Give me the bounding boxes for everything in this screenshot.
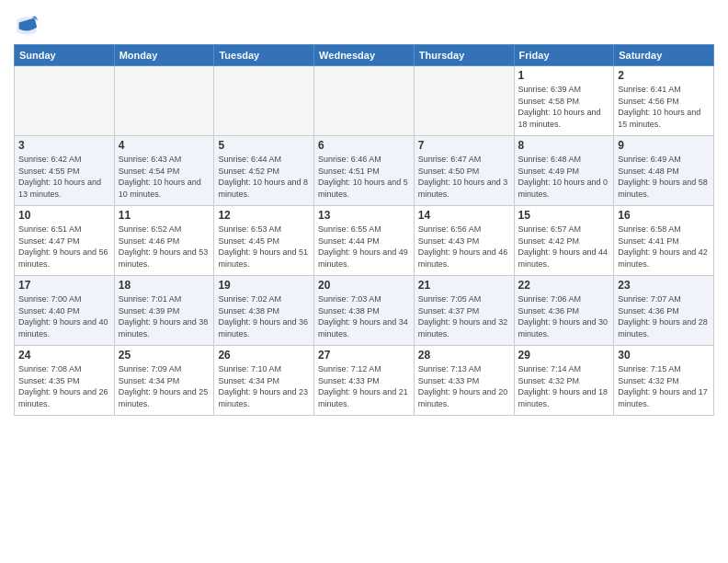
day-number: 30 <box>618 349 710 362</box>
day-cell: 11Sunrise: 6:52 AM Sunset: 4:46 PM Dayli… <box>114 206 214 276</box>
week-row-1: 1Sunrise: 6:39 AM Sunset: 4:58 PM Daylig… <box>15 66 714 136</box>
day-info: Sunrise: 6:53 AM Sunset: 4:45 PM Dayligh… <box>218 224 310 270</box>
day-info: Sunrise: 6:46 AM Sunset: 4:51 PM Dayligh… <box>318 154 410 200</box>
day-number: 3 <box>18 139 110 152</box>
day-cell: 17Sunrise: 7:00 AM Sunset: 4:40 PM Dayli… <box>15 276 115 346</box>
day-number: 21 <box>418 279 510 292</box>
day-cell: 19Sunrise: 7:02 AM Sunset: 4:38 PM Dayli… <box>214 276 314 346</box>
day-info: Sunrise: 6:44 AM Sunset: 4:52 PM Dayligh… <box>218 154 310 200</box>
week-row-2: 3Sunrise: 6:42 AM Sunset: 4:55 PM Daylig… <box>15 136 714 206</box>
day-cell <box>314 66 415 136</box>
week-row-4: 17Sunrise: 7:00 AM Sunset: 4:40 PM Dayli… <box>15 276 714 346</box>
col-header-friday: Friday <box>514 45 614 66</box>
day-cell: 4Sunrise: 6:43 AM Sunset: 4:54 PM Daylig… <box>114 136 214 206</box>
day-number: 17 <box>18 279 110 292</box>
day-number: 11 <box>119 209 210 222</box>
day-number: 2 <box>618 69 710 82</box>
day-number: 22 <box>518 279 610 292</box>
week-row-5: 24Sunrise: 7:08 AM Sunset: 4:35 PM Dayli… <box>15 346 714 416</box>
day-number: 5 <box>218 139 310 152</box>
day-number: 25 <box>119 349 210 362</box>
col-header-sunday: Sunday <box>15 45 115 66</box>
day-number: 28 <box>418 349 510 362</box>
day-cell: 8Sunrise: 6:48 AM Sunset: 4:49 PM Daylig… <box>514 136 614 206</box>
day-info: Sunrise: 6:52 AM Sunset: 4:46 PM Dayligh… <box>119 224 210 270</box>
day-number: 12 <box>218 209 310 222</box>
day-cell: 3Sunrise: 6:42 AM Sunset: 4:55 PM Daylig… <box>15 136 115 206</box>
day-cell: 5Sunrise: 6:44 AM Sunset: 4:52 PM Daylig… <box>214 136 314 206</box>
day-number: 24 <box>18 349 110 362</box>
day-cell: 12Sunrise: 6:53 AM Sunset: 4:45 PM Dayli… <box>214 206 314 276</box>
day-number: 23 <box>618 279 710 292</box>
day-cell: 20Sunrise: 7:03 AM Sunset: 4:38 PM Dayli… <box>314 276 415 346</box>
day-info: Sunrise: 7:08 AM Sunset: 4:35 PM Dayligh… <box>18 363 110 409</box>
day-cell: 16Sunrise: 6:58 AM Sunset: 4:41 PM Dayli… <box>614 206 714 276</box>
day-cell <box>114 66 214 136</box>
day-number: 20 <box>318 279 410 292</box>
day-info: Sunrise: 6:48 AM Sunset: 4:49 PM Dayligh… <box>518 154 610 200</box>
day-cell: 21Sunrise: 7:05 AM Sunset: 4:37 PM Dayli… <box>414 276 514 346</box>
day-info: Sunrise: 6:47 AM Sunset: 4:50 PM Dayligh… <box>418 154 510 200</box>
calendar-table: SundayMondayTuesdayWednesdayThursdayFrid… <box>14 44 714 416</box>
day-info: Sunrise: 7:09 AM Sunset: 4:34 PM Dayligh… <box>119 363 210 409</box>
day-info: Sunrise: 6:42 AM Sunset: 4:55 PM Dayligh… <box>18 154 110 200</box>
col-header-monday: Monday <box>114 45 214 66</box>
day-info: Sunrise: 6:41 AM Sunset: 4:56 PM Dayligh… <box>618 84 710 130</box>
day-cell: 10Sunrise: 6:51 AM Sunset: 4:47 PM Dayli… <box>15 206 115 276</box>
logo <box>14 13 41 39</box>
day-info: Sunrise: 7:05 AM Sunset: 4:37 PM Dayligh… <box>418 293 510 339</box>
day-info: Sunrise: 7:13 AM Sunset: 4:33 PM Dayligh… <box>418 363 510 409</box>
day-number: 10 <box>18 209 110 222</box>
day-cell: 2Sunrise: 6:41 AM Sunset: 4:56 PM Daylig… <box>614 66 714 136</box>
day-cell <box>15 66 115 136</box>
day-info: Sunrise: 6:58 AM Sunset: 4:41 PM Dayligh… <box>618 224 710 270</box>
day-number: 15 <box>518 209 610 222</box>
day-cell: 9Sunrise: 6:49 AM Sunset: 4:48 PM Daylig… <box>614 136 714 206</box>
day-cell: 6Sunrise: 6:46 AM Sunset: 4:51 PM Daylig… <box>314 136 415 206</box>
day-info: Sunrise: 7:01 AM Sunset: 4:39 PM Dayligh… <box>119 293 210 339</box>
day-number: 6 <box>318 139 410 152</box>
day-cell: 7Sunrise: 6:47 AM Sunset: 4:50 PM Daylig… <box>414 136 514 206</box>
day-number: 1 <box>518 69 610 82</box>
day-cell <box>214 66 314 136</box>
col-header-wednesday: Wednesday <box>314 45 415 66</box>
header <box>14 9 714 39</box>
day-info: Sunrise: 6:49 AM Sunset: 4:48 PM Dayligh… <box>618 154 710 200</box>
day-cell: 24Sunrise: 7:08 AM Sunset: 4:35 PM Dayli… <box>15 346 115 416</box>
day-cell: 28Sunrise: 7:13 AM Sunset: 4:33 PM Dayli… <box>414 346 514 416</box>
day-info: Sunrise: 6:39 AM Sunset: 4:58 PM Dayligh… <box>518 84 610 130</box>
day-info: Sunrise: 6:56 AM Sunset: 4:43 PM Dayligh… <box>418 224 510 270</box>
day-cell: 1Sunrise: 6:39 AM Sunset: 4:58 PM Daylig… <box>514 66 614 136</box>
day-info: Sunrise: 6:57 AM Sunset: 4:42 PM Dayligh… <box>518 224 610 270</box>
day-cell: 23Sunrise: 7:07 AM Sunset: 4:36 PM Dayli… <box>614 276 714 346</box>
day-info: Sunrise: 7:00 AM Sunset: 4:40 PM Dayligh… <box>18 293 110 339</box>
day-info: Sunrise: 6:43 AM Sunset: 4:54 PM Dayligh… <box>119 154 210 200</box>
day-cell: 25Sunrise: 7:09 AM Sunset: 4:34 PM Dayli… <box>114 346 214 416</box>
day-info: Sunrise: 7:07 AM Sunset: 4:36 PM Dayligh… <box>618 293 710 339</box>
day-info: Sunrise: 7:02 AM Sunset: 4:38 PM Dayligh… <box>218 293 310 339</box>
day-info: Sunrise: 7:12 AM Sunset: 4:33 PM Dayligh… <box>318 363 410 409</box>
day-number: 16 <box>618 209 710 222</box>
day-number: 7 <box>418 139 510 152</box>
day-info: Sunrise: 7:10 AM Sunset: 4:34 PM Dayligh… <box>218 363 310 409</box>
col-header-thursday: Thursday <box>414 45 514 66</box>
col-header-saturday: Saturday <box>614 45 714 66</box>
day-info: Sunrise: 6:55 AM Sunset: 4:44 PM Dayligh… <box>318 224 410 270</box>
day-cell <box>414 66 514 136</box>
page: SundayMondayTuesdayWednesdayThursdayFrid… <box>0 0 728 563</box>
day-number: 29 <box>518 349 610 362</box>
day-info: Sunrise: 7:03 AM Sunset: 4:38 PM Dayligh… <box>318 293 410 339</box>
day-number: 14 <box>418 209 510 222</box>
day-cell: 18Sunrise: 7:01 AM Sunset: 4:39 PM Dayli… <box>114 276 214 346</box>
day-number: 18 <box>119 279 210 292</box>
day-info: Sunrise: 7:06 AM Sunset: 4:36 PM Dayligh… <box>518 293 610 339</box>
day-info: Sunrise: 7:14 AM Sunset: 4:32 PM Dayligh… <box>518 363 610 409</box>
day-number: 26 <box>218 349 310 362</box>
day-info: Sunrise: 7:15 AM Sunset: 4:32 PM Dayligh… <box>618 363 710 409</box>
day-number: 4 <box>119 139 210 152</box>
day-cell: 30Sunrise: 7:15 AM Sunset: 4:32 PM Dayli… <box>614 346 714 416</box>
day-number: 13 <box>318 209 410 222</box>
day-number: 8 <box>518 139 610 152</box>
day-cell: 29Sunrise: 7:14 AM Sunset: 4:32 PM Dayli… <box>514 346 614 416</box>
day-cell: 27Sunrise: 7:12 AM Sunset: 4:33 PM Dayli… <box>314 346 415 416</box>
